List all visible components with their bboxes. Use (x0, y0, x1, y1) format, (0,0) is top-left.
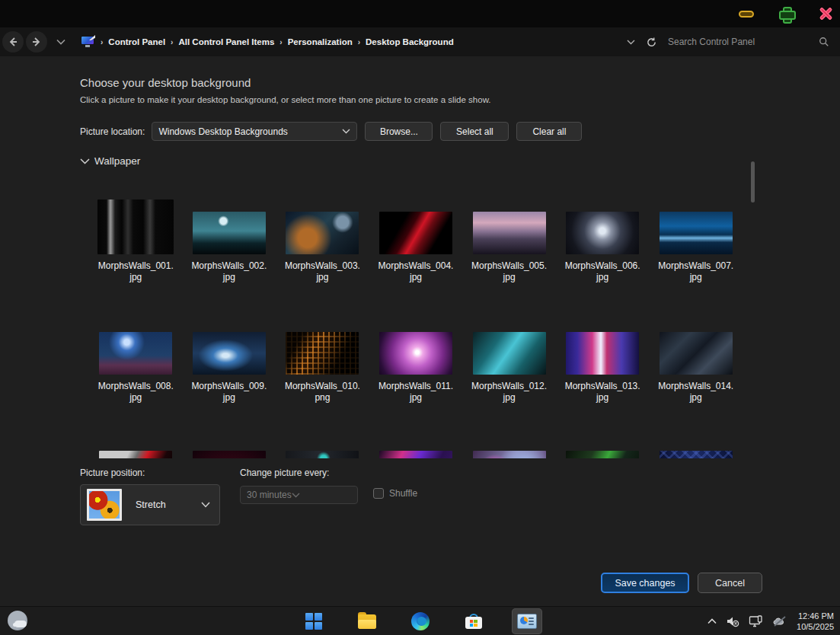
wallpaper-item[interactable]: MorphsWalls_003.jpg (276, 196, 369, 283)
shuffle-checkbox[interactable] (373, 488, 384, 499)
volume-button[interactable] (726, 615, 739, 627)
wallpaper-thumbnail[interactable] (379, 212, 452, 254)
picture-position-value: Stretch (122, 499, 201, 510)
folder-icon (358, 614, 376, 629)
wallpaper-thumbnail[interactable] (193, 332, 266, 375)
wallpaper-thumbnail[interactable] (473, 451, 546, 458)
wallpaper-thumbnail[interactable] (566, 332, 639, 375)
control-panel-window: › Control Panel › All Control Panel Item… (0, 0, 840, 635)
wallpaper-thumbnail[interactable] (473, 212, 546, 254)
wallpaper-thumbnail[interactable] (566, 212, 639, 254)
wallpaper-thumbnail[interactable] (286, 332, 359, 375)
status-button[interactable] (773, 616, 787, 627)
wallpaper-filename: MorphsWalls_007.jpg (658, 260, 733, 283)
wallpaper-item[interactable]: MorphsWalls_008.jpg (89, 317, 183, 404)
wallpaper-thumbnail[interactable] (99, 451, 172, 458)
wallpaper-item[interactable] (276, 436, 369, 458)
control-panel-taskbar-button[interactable] (512, 608, 542, 634)
wallpaper-section-header[interactable]: Wallpaper (80, 155, 140, 167)
wallpaper-item[interactable] (369, 436, 463, 458)
wallpaper-thumbnail-box (99, 436, 172, 458)
browse-button[interactable]: Browse... (365, 122, 433, 141)
breadcrumb-control-panel[interactable]: Control Panel (108, 37, 165, 46)
recent-pages-button[interactable] (56, 39, 65, 45)
wallpaper-thumbnail[interactable] (193, 212, 266, 254)
clear-all-button[interactable]: Clear all (516, 122, 582, 141)
network-devices-button[interactable] (749, 615, 764, 628)
chevron-down-icon (342, 129, 350, 134)
wallpaper-item[interactable]: MorphsWalls_014.jpg (649, 317, 743, 404)
wallpaper-item[interactable]: MorphsWalls_004.jpg (369, 196, 463, 283)
picture-location-select[interactable]: Windows Desktop Backgrounds (152, 122, 357, 141)
file-explorer-button[interactable] (352, 608, 382, 634)
breadcrumb-all-items[interactable]: All Control Panel Items (178, 37, 274, 46)
microsoft-store-button[interactable] (458, 608, 489, 634)
wallpaper-filename: MorphsWalls_005.jpg (471, 260, 547, 283)
wallpaper-item[interactable]: MorphsWalls_013.jpg (556, 317, 650, 404)
wallpaper-grid: MorphsWalls_008.jpgMorphsWalls_009.jpgMo… (89, 317, 743, 404)
wallpaper-filename: MorphsWalls_006.jpg (565, 260, 640, 283)
wallpaper-thumbnail[interactable] (193, 451, 266, 458)
navbar-right (627, 37, 840, 48)
wallpaper-thumbnail-box (97, 196, 174, 254)
forward-button[interactable] (26, 31, 47, 53)
wallpaper-item[interactable] (649, 436, 743, 458)
select-all-button[interactable]: Select all (440, 122, 509, 141)
wallpaper-thumbnail[interactable] (97, 199, 174, 254)
refresh-button[interactable] (646, 37, 657, 48)
breadcrumb-personalization[interactable]: Personalization (288, 37, 353, 46)
wallpaper-thumbnail[interactable] (566, 451, 639, 458)
wallpaper-thumbnail[interactable] (379, 332, 452, 375)
wallpaper-item[interactable]: MorphsWalls_006.jpg (556, 196, 650, 283)
wallpaper-thumbnail[interactable] (660, 332, 733, 375)
change-picture-select[interactable]: 30 minutes (240, 486, 358, 504)
picture-position-select[interactable]: Stretch (80, 484, 220, 525)
taskbar-clock[interactable]: 12:46 PM 10/5/2025 (797, 611, 834, 632)
wallpaper-item[interactable]: MorphsWalls_001.jpg (89, 196, 183, 283)
maximize-button[interactable] (778, 5, 794, 22)
wallpaper-item[interactable]: MorphsWalls_005.jpg (462, 196, 556, 283)
wallpaper-thumbnail[interactable] (286, 212, 359, 254)
wallpaper-thumbnail[interactable] (660, 451, 733, 458)
wallpaper-item[interactable]: MorphsWalls_010.png (276, 317, 369, 404)
wallpaper-thumbnail[interactable] (473, 332, 546, 375)
wallpaper-item[interactable]: MorphsWalls_011.jpg (369, 317, 463, 404)
wallpaper-filename: MorphsWalls_001.jpg (98, 260, 174, 283)
wallpaper-thumbnail[interactable] (660, 212, 733, 254)
shuffle-control: Shuffle (373, 488, 417, 499)
cancel-button[interactable]: Cancel (698, 573, 762, 593)
back-button[interactable] (2, 31, 24, 53)
wallpaper-item[interactable]: MorphsWalls_002.jpg (183, 196, 276, 283)
edge-browser-button[interactable] (405, 608, 436, 634)
wallpaper-item[interactable] (89, 436, 183, 458)
wallpaper-item[interactable]: MorphsWalls_012.jpg (462, 317, 556, 404)
breadcrumb-separator: › (171, 38, 173, 46)
breadcrumb-desktop-background[interactable]: Desktop Background (366, 37, 454, 46)
minimize-button[interactable] (738, 5, 755, 22)
start-button[interactable] (299, 608, 329, 634)
wallpaper-thumbnail[interactable] (286, 451, 359, 458)
wallpaper-thumbnail-box (660, 436, 733, 458)
wallpaper-item[interactable] (462, 436, 556, 458)
taskbar: 12:46 PM 10/5/2025 (0, 606, 840, 635)
wallpaper-scrollbar[interactable] (751, 161, 755, 203)
close-button[interactable] (817, 5, 834, 22)
tray-overflow-button[interactable] (707, 618, 717, 624)
chevron-down-icon (292, 493, 300, 498)
wallpaper-thumbnail-box (286, 196, 359, 254)
wallpaper-item[interactable] (556, 436, 650, 458)
clock-date: 10/5/2025 (797, 621, 834, 632)
wallpaper-thumbnail[interactable] (379, 451, 452, 458)
save-changes-button[interactable]: Save changes (601, 573, 689, 593)
breadcrumb-separator: › (279, 38, 282, 46)
refresh-icon (646, 37, 657, 48)
address-dropdown-button[interactable] (627, 40, 635, 45)
wallpaper-item[interactable]: MorphsWalls_007.jpg (649, 196, 743, 283)
search-icon[interactable] (819, 37, 829, 47)
wallpaper-item[interactable]: MorphsWalls_009.jpg (183, 317, 276, 404)
wallpaper-item[interactable] (183, 436, 276, 458)
wallpaper-thumbnail-box (193, 317, 266, 375)
wallpaper-thumbnail-box (193, 196, 266, 254)
search-input[interactable] (668, 37, 819, 47)
wallpaper-thumbnail[interactable] (99, 332, 172, 375)
